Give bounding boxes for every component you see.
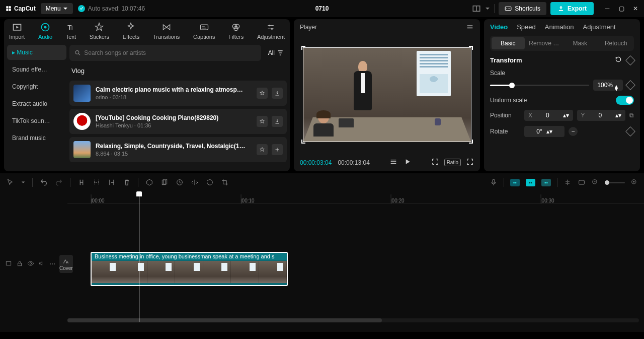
- zoom-in-button[interactable]: [631, 179, 638, 186]
- timeline-ruler[interactable]: |00:00 |00:10 |00:20 |00:30: [67, 191, 644, 204]
- tab-audio[interactable]: Audio: [38, 22, 52, 40]
- subnav-sound-effects[interactable]: Sound effe…: [7, 62, 66, 77]
- mic-button[interactable]: [490, 178, 498, 186]
- playhead[interactable]: [139, 191, 139, 322]
- svg-rect-32: [6, 261, 11, 265]
- collapse-icon[interactable]: [5, 260, 12, 268]
- crop-button[interactable]: [221, 178, 229, 186]
- menu-button[interactable]: Menu: [41, 3, 73, 14]
- zoom-slider[interactable]: [605, 182, 625, 183]
- subnav-extract-audio[interactable]: Extract audio: [7, 96, 66, 111]
- subtab-remove[interactable]: Remove …: [528, 37, 561, 49]
- tab-import[interactable]: Import: [9, 22, 25, 40]
- fullscreen-button[interactable]: [466, 158, 474, 167]
- subnav-brand-music[interactable]: Brand music: [7, 130, 66, 146]
- magnet-link[interactable]: ▪▪: [541, 179, 551, 186]
- inspector-tab-adjustment[interactable]: Adjustment: [583, 23, 616, 31]
- timeline[interactable]: ⋯ Cover |00:00 |00:10 |00:20 |00:30 Busi…: [0, 191, 644, 332]
- subnav-tiktok-sounds[interactable]: TikTok soun…: [7, 113, 66, 128]
- chevron-down-icon[interactable]: [21, 180, 25, 184]
- close-button[interactable]: ✕: [632, 5, 639, 12]
- preview-toggle[interactable]: [578, 178, 586, 186]
- reverse-button[interactable]: [176, 178, 184, 186]
- rotate-input[interactable]: 0°▴▾: [524, 126, 565, 137]
- keyframe-icon[interactable]: [625, 80, 635, 90]
- favorite-button[interactable]: [257, 116, 268, 127]
- mirror-button[interactable]: [191, 178, 199, 186]
- play-button[interactable]: [404, 158, 412, 167]
- scan-icon[interactable]: [431, 158, 439, 167]
- music-item[interactable]: Relaxing, Simple, Countryside, Travel, N…: [69, 137, 287, 162]
- align-button[interactable]: [564, 178, 572, 186]
- eye-icon[interactable]: [27, 260, 34, 268]
- track-area[interactable]: Business meeting in office, young busine…: [67, 204, 644, 324]
- inspector-tab-video[interactable]: Video: [490, 23, 508, 31]
- subnav-copyright[interactable]: Copyright: [7, 79, 66, 94]
- magnet-auto[interactable]: ▪▪: [526, 179, 535, 186]
- trim-left-button[interactable]: [93, 178, 101, 186]
- search-field[interactable]: [69, 45, 261, 61]
- more-icon[interactable]: ⋯: [49, 260, 55, 267]
- shortcuts-button[interactable]: Shortcuts: [499, 2, 546, 15]
- scale-value[interactable]: 100%▴▾: [593, 80, 623, 91]
- undo-button[interactable]: [40, 178, 48, 186]
- position-y-input[interactable]: Y0▴▾: [577, 110, 626, 121]
- tab-effects[interactable]: Effects: [123, 22, 139, 40]
- subtab-basic[interactable]: Basic: [492, 37, 525, 49]
- favorite-button[interactable]: [257, 144, 268, 155]
- redo-button[interactable]: [55, 178, 63, 186]
- tab-captions[interactable]: Captions: [193, 22, 215, 40]
- timeline-scrollbar[interactable]: [67, 318, 639, 322]
- speaker-icon[interactable]: [38, 260, 45, 268]
- svg-rect-33: [18, 263, 22, 265]
- trim-right-button[interactable]: [108, 178, 116, 186]
- favorite-button[interactable]: [257, 88, 268, 99]
- minimize-button[interactable]: ─: [604, 5, 611, 12]
- ratio-button[interactable]: Ratio: [444, 159, 461, 166]
- keyframe-icon[interactable]: [625, 126, 635, 137]
- chevron-down-icon[interactable]: [485, 6, 490, 11]
- subtab-retouch[interactable]: Retouch: [600, 37, 633, 49]
- marker-button[interactable]: [145, 178, 153, 186]
- zoom-out-button[interactable]: [592, 179, 599, 186]
- uniform-scale-toggle[interactable]: [616, 96, 634, 105]
- music-item[interactable]: Calm electric piano music with a relaxin…: [69, 81, 287, 106]
- inspector-tab-animation[interactable]: Animation: [545, 23, 574, 31]
- tab-stickers[interactable]: Stickers: [90, 22, 109, 40]
- duplicate-button[interactable]: [160, 178, 169, 186]
- tab-filters[interactable]: Filters: [228, 22, 244, 40]
- music-meta: Hisashi Tenkyu · 01:36: [96, 122, 252, 128]
- subtab-mask[interactable]: Mask: [564, 37, 597, 49]
- delete-button[interactable]: [123, 178, 131, 186]
- split-button[interactable]: [77, 178, 86, 186]
- magnet-main[interactable]: ▪▪: [510, 179, 520, 186]
- keyframe-icon[interactable]: [625, 55, 635, 65]
- search-input[interactable]: [84, 49, 256, 56]
- tab-adjustment[interactable]: Adjustment: [257, 22, 285, 40]
- rotate-dial[interactable]: −: [569, 127, 578, 136]
- maximize-button[interactable]: ▢: [618, 5, 625, 12]
- reset-icon[interactable]: [615, 56, 622, 64]
- position-x-input[interactable]: X0▴▾: [524, 110, 573, 121]
- pointer-tool[interactable]: [6, 178, 14, 186]
- filter-all-button[interactable]: All: [265, 45, 287, 61]
- download-button[interactable]: [272, 88, 283, 99]
- list-icon[interactable]: [389, 158, 397, 167]
- download-button[interactable]: [272, 116, 283, 127]
- music-item[interactable]: [YouTube] Cooking Cooking Piano(829820) …: [69, 109, 287, 134]
- layout-icon[interactable]: [472, 4, 481, 13]
- video-preview[interactable]: [303, 47, 471, 142]
- transform-heading: Transform: [490, 56, 522, 64]
- subnav-music[interactable]: Music: [7, 45, 66, 60]
- inspector-tab-speed[interactable]: Speed: [517, 23, 536, 31]
- tab-transitions[interactable]: Transitions: [153, 22, 180, 40]
- scale-slider[interactable]: [490, 85, 589, 86]
- rotate-button[interactable]: [206, 178, 214, 186]
- lock-icon[interactable]: [16, 260, 23, 268]
- player-menu-icon[interactable]: [466, 23, 474, 31]
- tab-text[interactable]: TIText: [66, 22, 76, 40]
- export-button[interactable]: Export: [550, 2, 594, 15]
- video-clip[interactable]: Business meeting in office, young busine…: [91, 252, 288, 286]
- link-icon[interactable]: ⧉: [629, 112, 634, 119]
- add-button[interactable]: [272, 144, 283, 155]
